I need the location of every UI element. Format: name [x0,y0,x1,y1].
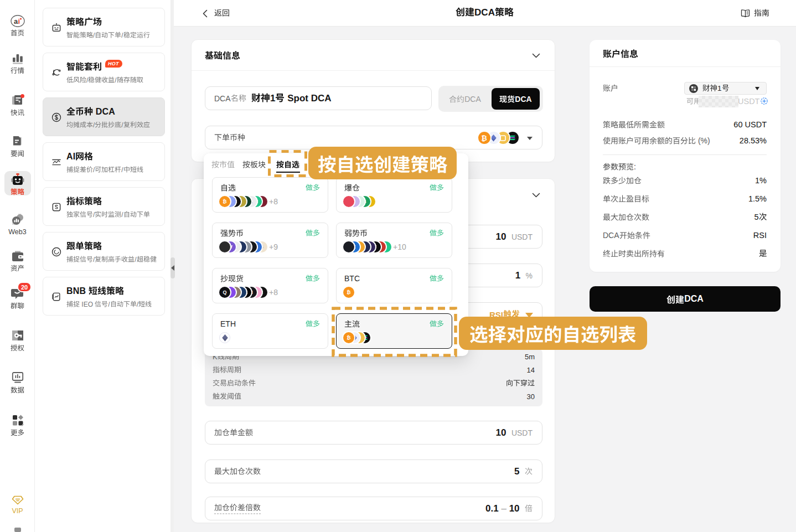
svg-text:i: i [18,17,20,25]
